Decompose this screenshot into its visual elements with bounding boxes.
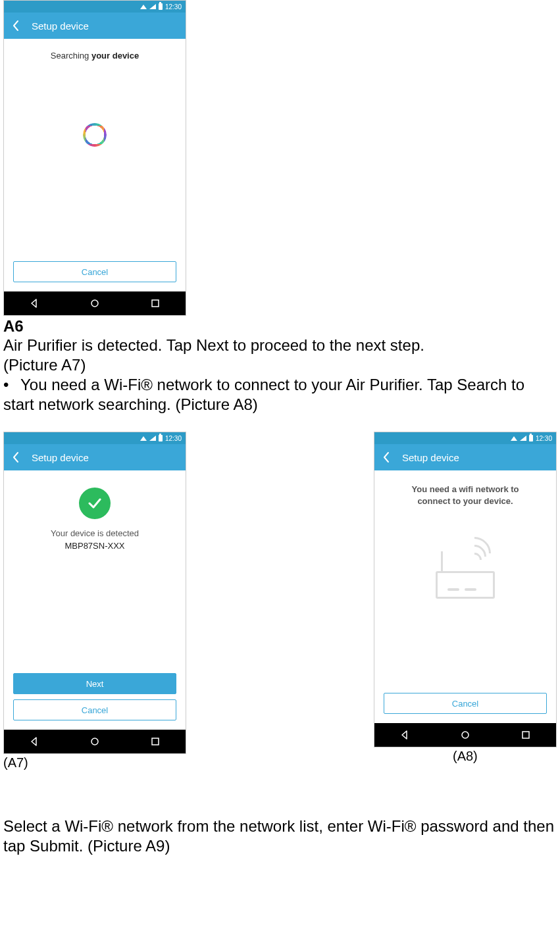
app-bar: Setup device [374, 444, 556, 470]
column-a7: 12:30 Setup device Your device is detect… [3, 432, 186, 770]
nav-home-icon[interactable] [89, 298, 100, 309]
content-area: Your device is detected MBP87SN-XXX Next… [4, 470, 186, 730]
app-bar: Setup device [4, 444, 186, 470]
screenshot-row: 12:30 Setup device Your device is detect… [3, 432, 557, 770]
chevron-left-icon [12, 451, 20, 463]
button-area: Cancel [374, 688, 556, 723]
router-illustration-wrap [429, 507, 501, 688]
wifi-message: You need a wifi network to connect to yo… [394, 484, 538, 507]
svg-rect-3 [152, 738, 159, 745]
next-button[interactable]: Next [13, 673, 176, 694]
success-check-icon [79, 488, 111, 519]
instruction-para-1-line2: (Picture A7) [3, 355, 557, 375]
nav-back-icon[interactable] [399, 730, 410, 740]
detected-text: Your device is detected [51, 528, 139, 538]
instruction-bullets: •You need a Wi-Fi® network to connect to… [3, 375, 557, 415]
svg-point-4 [462, 732, 469, 738]
nav-home-icon[interactable] [460, 730, 471, 740]
searching-prefix: Searching [51, 51, 91, 61]
nav-back-icon[interactable] [29, 736, 39, 747]
svg-point-2 [91, 738, 98, 745]
status-time: 12:30 [165, 3, 182, 11]
status-time: 12:30 [536, 435, 552, 442]
nav-back-icon[interactable] [29, 298, 39, 309]
back-button[interactable] [374, 444, 398, 470]
spinner-container [4, 61, 186, 256]
column-a8: 12:30 Setup device You need a wifi netwo… [374, 432, 557, 764]
caption-a8: (A8) [374, 749, 557, 764]
cell-signal-icon [149, 4, 156, 9]
svg-rect-1 [152, 300, 159, 307]
content-area: You need a wifi network to connect to yo… [374, 470, 556, 723]
button-area: Cancel [4, 256, 186, 291]
back-button[interactable] [4, 13, 28, 39]
caption-a7: (A7) [3, 755, 186, 770]
cell-signal-icon [149, 436, 156, 441]
device-id: MBP87SN-XXX [64, 541, 124, 551]
content-area: Searching your device Cancel [4, 39, 186, 291]
app-bar-title: Setup device [28, 452, 186, 463]
signal-triangle-icon [140, 436, 147, 441]
android-nav-bar [374, 723, 556, 747]
loading-spinner-icon [83, 123, 107, 147]
battery-icon [529, 435, 533, 441]
status-bar: 12:30 [374, 432, 556, 444]
status-time: 12:30 [165, 435, 182, 442]
instruction-para-2: Select a Wi-Fi® network from the network… [3, 817, 557, 856]
svg-rect-5 [522, 732, 529, 738]
wifi-msg-line1: You need a wifi network to [412, 484, 519, 494]
bullet-text: You need a Wi-Fi® network to connect to … [3, 376, 524, 413]
nav-home-icon[interactable] [89, 736, 100, 747]
cancel-button[interactable]: Cancel [13, 699, 176, 720]
battery-icon [159, 3, 163, 10]
app-bar: Setup device [4, 13, 186, 39]
signal-triangle-icon [140, 5, 147, 9]
instruction-bullet-1: •You need a Wi-Fi® network to connect to… [3, 375, 557, 415]
router-icon [429, 533, 501, 599]
instruction-para-1-line1: Air Purifier is detected. Tap Next to pr… [3, 336, 557, 355]
figure-label-a6: A6 [3, 317, 560, 336]
wifi-msg-line2: connect to your device. [417, 496, 513, 506]
phone-screenshot-a6: 12:30 Setup device Searching your device… [3, 0, 186, 316]
phone-screenshot-a7: 12:30 Setup device Your device is detect… [3, 432, 186, 754]
phone-screenshot-a8: 12:30 Setup device You need a wifi netwo… [374, 432, 557, 747]
status-bar: 12:30 [4, 432, 186, 444]
nav-recent-icon[interactable] [150, 736, 161, 747]
chevron-left-icon [382, 451, 390, 463]
nav-recent-icon[interactable] [521, 730, 531, 740]
chevron-left-icon [12, 20, 20, 32]
app-bar-title: Setup device [398, 452, 556, 463]
searching-bold: your device [91, 51, 139, 61]
nav-recent-icon[interactable] [150, 298, 161, 309]
app-bar-title: Setup device [28, 20, 186, 32]
status-bar: 12:30 [4, 1, 186, 13]
android-nav-bar [4, 291, 186, 315]
svg-point-0 [91, 300, 98, 307]
cancel-button[interactable]: Cancel [384, 693, 547, 714]
signal-triangle-icon [511, 436, 517, 441]
android-nav-bar [4, 730, 186, 753]
searching-text: Searching your device [4, 51, 186, 61]
button-area: Next Cancel [4, 668, 186, 730]
battery-icon [159, 435, 163, 441]
cell-signal-icon [520, 436, 526, 441]
cancel-button[interactable]: Cancel [13, 261, 176, 282]
back-button[interactable] [4, 444, 28, 470]
